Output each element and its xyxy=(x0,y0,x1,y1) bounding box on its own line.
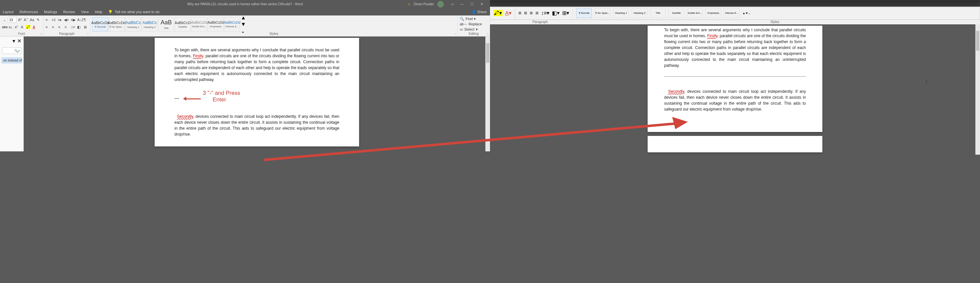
styles-more[interactable]: ▲▼⌄ xyxy=(241,15,245,34)
scrollbar-thumb[interactable] xyxy=(486,43,489,63)
style-emphasis[interactable]: AaBbCcDdEmphasis xyxy=(208,17,224,32)
styles-gallery[interactable]: AaBbCcDd¶ Normal AaBbCcDd¶ No Spac... Aa… xyxy=(92,16,455,32)
align-center-icon[interactable]: ≡ xyxy=(524,10,527,16)
bullets-icon[interactable]: ≡· xyxy=(46,18,50,22)
tab-review[interactable]: Review xyxy=(63,10,75,14)
subscript-icon[interactable]: x₂ xyxy=(8,25,13,29)
style-subtitle[interactable]: Subtitle xyxy=(668,8,684,18)
font-color-icon[interactable]: A xyxy=(32,25,36,29)
document-page-2-right[interactable] xyxy=(648,136,822,152)
align-center-icon[interactable]: ≡ xyxy=(52,25,56,29)
flagged-word-firstly[interactable]: Firstly xyxy=(193,54,203,58)
flagged-word-secondly[interactable]: Secondly xyxy=(668,89,684,94)
editing-group-label: Editing xyxy=(460,32,488,36)
nav-dropdown-icon[interactable]: ▾ xyxy=(13,38,15,44)
ribbon-options-button[interactable]: ▭ xyxy=(447,1,457,8)
multilevel-icon[interactable]: ≡▸ xyxy=(58,18,62,22)
nav-close-icon[interactable]: ✕ xyxy=(17,38,21,44)
tell-me-search[interactable]: 💡 Tell me what you want to do xyxy=(108,10,160,14)
style-normal[interactable]: ¶ Normal xyxy=(576,8,592,18)
shrink-font-icon[interactable]: A˅ xyxy=(24,18,29,22)
font-dropdown-icon[interactable]: ⌄ xyxy=(2,18,6,22)
share-button[interactable]: 👤 Share xyxy=(471,10,487,14)
line-spacing-icon[interactable]: ↕≡ xyxy=(71,25,75,29)
borders-icon[interactable]: ⊞▾ xyxy=(562,10,569,16)
maximize-button[interactable]: ☐ xyxy=(467,1,477,8)
close-button[interactable]: ✕ xyxy=(477,1,487,8)
flagged-word-secondly[interactable]: Secondly xyxy=(177,114,193,119)
font-size-input[interactable] xyxy=(8,17,16,23)
document-page-1[interactable]: To begin with, there are several argumen… xyxy=(155,38,359,146)
style-intense-em[interactable]: AaBbCcDdIntense E... xyxy=(224,17,240,32)
justify-icon[interactable]: ≡ xyxy=(65,25,69,29)
change-case-icon[interactable]: Aa xyxy=(30,18,34,22)
find-button[interactable]: 🔍Find▾ xyxy=(460,16,488,21)
style-title[interactable]: AaBTitle xyxy=(158,17,174,32)
tab-view[interactable]: View xyxy=(81,10,89,14)
vertical-scrollbar[interactable] xyxy=(485,36,490,151)
superscript-icon[interactable]: x² xyxy=(14,25,19,29)
highlight-icon[interactable]: 🖍 xyxy=(26,25,30,29)
style-intense-em[interactable]: Intense E... xyxy=(724,8,740,18)
nav-result-item[interactable]: es instead of se... xyxy=(1,57,22,63)
tab-layout[interactable]: Layout xyxy=(3,10,14,14)
style-nospacing[interactable]: ¶ No Spac... xyxy=(595,8,610,18)
select-icon: ▭ xyxy=(460,27,463,32)
flagged-word-firstly[interactable]: Firstly xyxy=(707,33,718,38)
clear-format-icon[interactable]: ✎ xyxy=(36,18,40,22)
align-left-icon[interactable]: ≡ xyxy=(46,25,50,29)
increase-indent-icon[interactable]: ≡▶ xyxy=(70,18,75,22)
show-marks-icon[interactable]: ¶ xyxy=(84,18,88,22)
lightbulb-icon: 💡 xyxy=(108,10,113,14)
style-heading1[interactable]: Heading 1 xyxy=(613,8,629,18)
titlebar: Why are PARALLEL circuits used in homes … xyxy=(0,0,490,8)
scrollbar-thumb[interactable] xyxy=(976,31,979,51)
align-left-icon[interactable]: ≡ xyxy=(519,10,521,16)
tab-references[interactable]: References xyxy=(19,10,38,14)
shading-icon[interactable]: ◧▾ xyxy=(552,10,560,16)
font-group: ⌄ A^ A˅ Aa ✎ abc x₂ x² A 🖍 A Font xyxy=(0,16,43,36)
style-heading2[interactable]: Heading 2 xyxy=(632,8,647,18)
font-color-icon[interactable]: A▾ xyxy=(505,10,511,16)
user-name: Dinan Pouder xyxy=(414,2,434,6)
workspace-left: ▾ ✕ 🔍▾ es instead of se... To begin with… xyxy=(0,36,490,151)
tab-mailings[interactable]: Mailings xyxy=(44,10,57,14)
align-right-icon[interactable]: ≡ xyxy=(530,10,533,16)
decrease-indent-icon[interactable]: ◀≡ xyxy=(64,18,68,22)
style-normal[interactable]: AaBbCcDd¶ Normal xyxy=(92,17,108,32)
text-effects-icon[interactable]: A xyxy=(20,25,24,29)
grow-font-icon[interactable]: A^ xyxy=(18,18,22,22)
justify-icon[interactable]: ≡ xyxy=(536,10,538,16)
align-right-icon[interactable]: ≡ xyxy=(58,25,63,29)
vertical-scrollbar[interactable] xyxy=(975,24,980,155)
select-button[interactable]: ▭Select▾ xyxy=(460,27,488,32)
shading-icon[interactable]: ◧ xyxy=(77,25,81,29)
paragraph-1: To begin with, there are several argumen… xyxy=(175,47,339,82)
tab-help[interactable]: Help xyxy=(95,10,102,14)
style-title[interactable]: Title xyxy=(650,8,666,18)
borders-icon[interactable]: ⊞ xyxy=(84,25,88,29)
style-subtle-em[interactable]: Subtle Em... xyxy=(687,8,703,18)
workspace-right: To begin with, there are several argumen… xyxy=(490,24,980,155)
style-subtitle[interactable]: AaBbCcDSubtitle xyxy=(175,17,191,32)
sort-icon[interactable]: A↓Z xyxy=(77,18,82,22)
minimize-button[interactable]: — xyxy=(457,1,467,8)
numbering-icon[interactable]: ≡1 xyxy=(52,18,56,22)
document-page-1-right[interactable]: To begin with, there are several argumen… xyxy=(648,26,822,132)
horizontal-rule xyxy=(664,76,806,77)
style-emphasis[interactable]: Emphasis xyxy=(705,8,721,18)
style-heading1[interactable]: AaBbCcHeading 1 xyxy=(125,17,141,32)
style-subtle-em[interactable]: AaBbCcDdSubtle Em... xyxy=(191,17,207,32)
nav-search-input[interactable]: 🔍▾ xyxy=(2,47,21,54)
styles-more[interactable]: ▲▼⌄ xyxy=(742,11,746,15)
replace-icon: ab↔ xyxy=(460,22,467,26)
line-spacing-icon[interactable]: ↕≡▾ xyxy=(541,10,549,16)
highlight-icon[interactable]: 🖍▾ xyxy=(493,10,503,16)
user-avatar[interactable] xyxy=(437,1,444,8)
callout-text: 3 "-" and Press Enter xyxy=(203,90,240,103)
replace-button[interactable]: ab↔Replace xyxy=(460,21,488,27)
style-nospacing[interactable]: AaBbCcDd¶ No Spac... xyxy=(109,17,125,32)
strikethrough-icon[interactable]: abc xyxy=(2,25,6,29)
style-heading2[interactable]: AaBbCcHeading 2 xyxy=(142,17,158,32)
ribbon-right: 🖍▾ A▾ ≡ ≡ ≡ ≡ ↕≡▾ ◧▾ ⊞▾ ¶ Normal ¶ No Sp… xyxy=(490,6,980,20)
